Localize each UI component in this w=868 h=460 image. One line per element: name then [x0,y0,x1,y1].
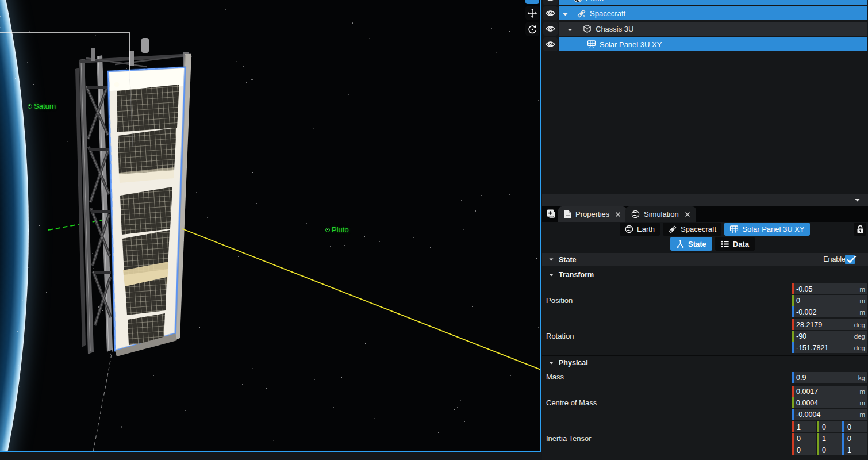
planet-marker-pluto[interactable]: Pluto [325,225,349,234]
rotation-y-field[interactable]: -90 deg [792,331,867,342]
inertia-cell-21[interactable]: 0 [817,444,842,455]
inertia-cell-11[interactable]: 1 [817,433,842,444]
side-panel: Earth Spacecraft [542,0,868,460]
inertia-cell-02[interactable]: 0 [842,421,867,432]
rotate-tool-button[interactable] [525,22,539,36]
hierarchy-collapse-bar[interactable] [542,194,868,206]
rotation-y-value: -90 [796,332,806,340]
lock-icon [857,225,864,234]
com-x-value: 0.0017 [796,388,818,396]
chevron-down-icon [549,258,554,261]
centre-of-mass-z-field[interactable]: -0.0004 m [792,409,867,420]
hierarchy-item-earth[interactable]: Earth [559,0,867,5]
hierarchy-item-label: Solar Panel 3U XY [600,40,662,49]
inertia-cell-22[interactable]: 1 [842,444,867,455]
rotation-x-value: 28.2179 [796,321,822,329]
breadcrumb-spacecraft[interactable]: Spacecraft [663,223,721,236]
planet-label-text: Saturn [34,102,56,110]
satellite-icon [577,9,586,18]
com-y-value: 0.0004 [796,399,818,407]
position-label: Position [546,296,573,305]
breadcrumb-label: Spacecraft [681,225,716,233]
section-title: State [559,256,577,264]
chevron-down-icon[interactable] [563,9,568,18]
unit-label: m [859,309,865,316]
enabled-checkbox[interactable] [845,255,855,264]
lock-button[interactable] [854,223,866,236]
unit-label: m [859,411,865,418]
section-header-transform[interactable]: Transform [542,269,868,281]
subtab-state[interactable]: State [670,237,712,251]
move-tool-button[interactable] [525,6,539,20]
globe-icon [625,225,633,233]
position-y-field[interactable]: 0 m [792,295,867,306]
inertia-cell-12[interactable]: 0 [842,433,867,444]
inertia-cell-01[interactable]: 0 [817,421,842,432]
section-divider [542,355,868,356]
breadcrumb-solar-panel[interactable]: Solar Panel 3U XY [724,223,809,236]
unit-label: m [859,400,865,407]
spacecraft-model[interactable] [75,38,192,356]
subtab-label: State [688,240,706,248]
add-tab-button[interactable] [545,209,556,220]
unit-label: m [859,297,865,304]
centre-of-mass-label: Centre of Mass [546,398,597,407]
tab-bar: Properties Simulation [542,206,868,222]
globe-icon [574,0,582,3]
section-title: Transform [559,271,594,279]
close-icon[interactable] [685,212,690,217]
tab-label: Simulation [644,210,679,218]
tab-properties[interactable]: Properties [558,206,627,222]
hierarchy-item-spacecraft[interactable]: Spacecraft [559,6,867,20]
axes-icon [676,240,685,248]
globe-icon [631,210,640,218]
tab-simulation[interactable]: Simulation [625,206,696,222]
centre-of-mass-y-field[interactable]: 0.0004 m [792,397,867,408]
hierarchy-item-chassis-3u[interactable]: Chassis 3U [559,22,867,36]
hierarchy-item-solar-panel[interactable]: Solar Panel 3U XY [559,37,867,51]
subtab-data[interactable]: Data [715,237,755,251]
tab-label: Properties [575,210,609,218]
visibility-eye-button[interactable] [543,0,558,5]
hierarchy-item-label: Chassis 3U [596,25,633,33]
subtab-row: State Data [670,237,755,251]
rotation-x-field[interactable]: 28.2179 deg [792,319,867,330]
solar-panel-icon [587,40,596,49]
mass-field[interactable]: 0.9 kg [792,372,867,383]
hierarchy-item-label: Earth [586,0,604,3]
rotation-z-value: -151.7821 [796,344,828,352]
planet-dot-icon [325,228,330,232]
scene-overlay [0,0,541,452]
inertia-cell-20[interactable]: 0 [792,444,816,455]
eye-icon [546,10,555,17]
position-x-field[interactable]: -0.05 m [792,283,867,294]
checkmark-icon [846,254,857,264]
visibility-eye-button[interactable] [543,37,558,51]
close-icon[interactable] [615,212,621,217]
inertia-cell-10[interactable]: 0 [792,433,816,444]
inertia-cell-00[interactable]: 1 [792,421,816,432]
breadcrumb-earth[interactable]: Earth [620,223,660,236]
position-z-field[interactable]: -0.002 m [792,306,867,317]
unit-label: kg [858,374,865,381]
viewport-3d[interactable]: Saturn Pluto [0,0,541,452]
satellite-icon [668,225,677,234]
hierarchy-item-label: Spacecraft [590,9,625,18]
rotation-z-field[interactable]: -151.7821 deg [792,342,867,353]
visibility-eye-button[interactable] [543,22,558,36]
breadcrumb: Earth Spacecraft Solar Panel 3U XY [542,222,868,236]
rotation-label: Rotation [546,332,574,340]
centre-of-mass-x-field[interactable]: 0.0017 m [792,386,867,397]
list-icon [721,240,729,248]
section-header-state[interactable]: State [542,253,868,266]
select-tool-button[interactable] [525,0,539,4]
chevron-down-icon[interactable] [567,25,573,33]
planet-marker-saturn[interactable]: Saturn [28,102,56,110]
cube-icon [583,24,592,33]
eye-icon [546,0,555,2]
app-root: Saturn Pluto [0,0,868,460]
rotate-icon [527,24,538,35]
properties-body: Transform Position -0.05 m 0 m -0.002 m … [542,266,868,460]
section-header-physical[interactable]: Physical [542,356,868,369]
visibility-eye-button[interactable] [543,6,558,20]
